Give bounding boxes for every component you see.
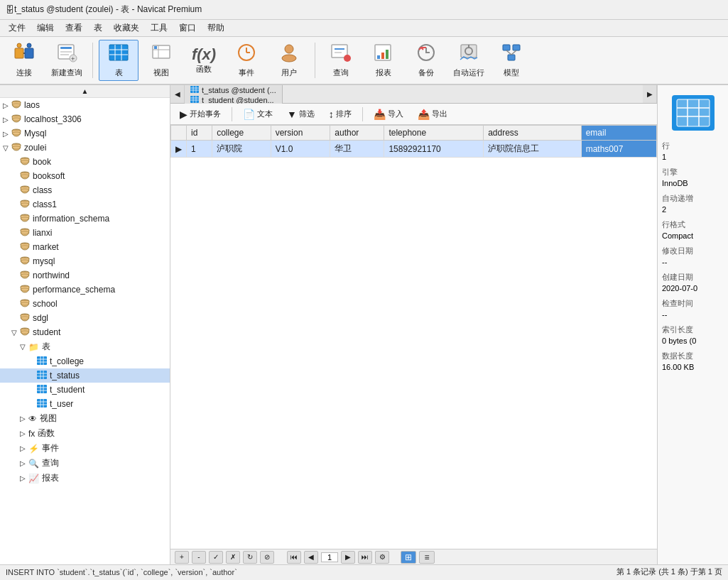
- sidebar-item-sdgl[interactable]: sdgl: [0, 311, 170, 325]
- sidebar-item-class[interactable]: class: [0, 183, 170, 197]
- view-btn[interactable]: 视图: [141, 40, 181, 81]
- svg-rect-40: [508, 55, 515, 60]
- icon-laos: [11, 99, 21, 111]
- page-input[interactable]: [321, 552, 338, 562]
- cell-version-0[interactable]: V1.0: [271, 141, 330, 158]
- menu-item-窗口[interactable]: 窗口: [173, 21, 202, 35]
- sidebar-item-mysql[interactable]: mysql: [0, 254, 170, 268]
- new-query-btn[interactable]: + 新建查询: [47, 40, 87, 81]
- sidebar-item-booksoft[interactable]: booksoft: [0, 169, 170, 183]
- sidebar-item-laos[interactable]: ▷ laos: [0, 98, 170, 112]
- cell-id-0[interactable]: 1: [187, 141, 212, 158]
- cell-telephone-0[interactable]: 15892921170: [384, 141, 484, 158]
- sidebar-item-queries_folder[interactable]: ▷🔍查询: [0, 456, 170, 471]
- first-page-btn[interactable]: ⏮: [287, 551, 301, 564]
- text-btn[interactable]: 📄 文本: [238, 106, 278, 122]
- connect-btn[interactable]: 连接: [4, 40, 44, 81]
- sidebar-item-performance_schema[interactable]: performance_schema: [0, 283, 170, 297]
- table-btn[interactable]: 表: [99, 40, 138, 81]
- cell-email-0[interactable]: maths007: [581, 141, 656, 158]
- sidebar-scroll-up[interactable]: ▲: [0, 85, 170, 98]
- reset-btn[interactable]: ⊘: [260, 551, 274, 564]
- sidebar-item-t_college[interactable]: t_college: [0, 354, 170, 368]
- autorun-btn[interactable]: 自动运行: [449, 40, 489, 81]
- col-header-email[interactable]: email: [581, 126, 656, 141]
- sidebar-item-t_student[interactable]: t_student: [0, 383, 170, 397]
- menubar: 文件编辑查看表收藏夹工具窗口帮助: [0, 20, 728, 37]
- view-icon: [151, 43, 172, 66]
- cell-college-0[interactable]: 泸职院: [212, 141, 271, 158]
- refresh-btn[interactable]: ↻: [243, 551, 257, 564]
- sidebar-item-events_folder[interactable]: ▷⚡事件: [0, 441, 170, 456]
- menu-item-工具[interactable]: 工具: [145, 21, 173, 35]
- arrow-laos: ▷: [3, 102, 11, 109]
- export-btn[interactable]: 📤 导出: [413, 106, 452, 122]
- query-btn[interactable]: 查询: [321, 40, 361, 81]
- check-btn[interactable]: ✓: [209, 551, 223, 564]
- label-t_student: t_student: [50, 385, 85, 395]
- sort-btn[interactable]: ↕ 排序: [324, 106, 357, 122]
- sidebar-item-localhost_3306[interactable]: ▷ localhost_3306: [0, 112, 170, 126]
- sidebar-item-t_user[interactable]: t_user: [0, 397, 170, 411]
- grid-view-btn[interactable]: ⊞: [401, 551, 416, 564]
- form-view-btn[interactable]: ≡: [419, 551, 435, 564]
- table-row[interactable]: ▶1泸职院V1.0华卫15892921170泸职院信息工maths007: [171, 141, 657, 158]
- sidebar-item-tables_folder[interactable]: ▽📁表: [0, 339, 170, 354]
- menu-item-帮助[interactable]: 帮助: [202, 21, 230, 35]
- col-header-address[interactable]: address: [484, 126, 582, 141]
- col-header-id[interactable]: id: [187, 126, 212, 141]
- sidebar-item-class1[interactable]: class1: [0, 197, 170, 212]
- backup-btn[interactable]: 备份: [406, 40, 446, 81]
- settings-nav-btn[interactable]: ⚙: [375, 551, 389, 564]
- sidebar-tree: ▷ laos▷ localhost_3306▷ Mysql▽ zoulei bo…: [0, 98, 170, 486]
- sidebar-item-mysql_db[interactable]: ▷ Mysql: [0, 126, 170, 141]
- svg-point-4: [27, 43, 31, 48]
- sidebar-item-t_status[interactable]: t_status: [0, 368, 170, 383]
- report-icon: [373, 43, 394, 66]
- del-record-btn[interactable]: -: [192, 551, 206, 564]
- last-page-btn[interactable]: ⏭: [358, 551, 372, 564]
- menu-item-表[interactable]: 表: [88, 21, 108, 35]
- function-label: 函数: [196, 64, 212, 75]
- cell-author-0[interactable]: 华卫: [330, 141, 384, 158]
- event-btn[interactable]: 事件: [227, 40, 266, 81]
- sidebar-item-northwind[interactable]: northwind: [0, 268, 170, 283]
- sidebar-item-reports_folder[interactable]: ▷📈报表: [0, 471, 170, 486]
- svg-line-42: [511, 50, 516, 55]
- sidebar-item-views_folder[interactable]: ▷👁视图: [0, 411, 170, 426]
- report-btn[interactable]: 报表: [364, 40, 403, 81]
- user-btn[interactable]: 用户: [269, 40, 309, 81]
- model-btn[interactable]: 模型: [491, 40, 531, 81]
- sidebar-item-market[interactable]: market: [0, 240, 170, 254]
- table-label: 表: [115, 67, 123, 78]
- sidebar-item-zoulei[interactable]: ▽ zoulei: [0, 141, 170, 155]
- next-page-btn[interactable]: ▶: [341, 551, 355, 564]
- tab-tab1[interactable]: t_status @student (...: [185, 85, 283, 95]
- sidebar-item-funcs_folder[interactable]: ▷fx函数: [0, 426, 170, 441]
- sidebar-item-school[interactable]: school: [0, 297, 170, 311]
- import-btn[interactable]: 📥 导入: [369, 106, 408, 122]
- col-header-author[interactable]: author: [330, 126, 384, 141]
- filter-btn[interactable]: ▼ 筛选: [282, 106, 320, 122]
- menu-item-文件[interactable]: 文件: [3, 21, 31, 35]
- menu-item-收藏夹[interactable]: 收藏夹: [108, 21, 145, 35]
- sidebar-item-lianxi[interactable]: lianxi: [0, 226, 170, 240]
- sidebar-item-book[interactable]: book: [0, 155, 170, 169]
- label-t_user: t_user: [50, 399, 73, 409]
- col-header-college[interactable]: college: [212, 126, 271, 141]
- function-btn[interactable]: f(x) 函数: [184, 40, 224, 81]
- cell-address-0[interactable]: 泸职院信息工: [484, 141, 582, 158]
- menu-item-查看[interactable]: 查看: [60, 21, 88, 35]
- add-record-btn[interactable]: +: [175, 551, 189, 564]
- sidebar-item-student[interactable]: ▽ student: [0, 325, 170, 339]
- sidebar-item-information_schema[interactable]: information_schema: [0, 212, 170, 226]
- menu-item-编辑[interactable]: 编辑: [31, 21, 60, 35]
- cross-btn[interactable]: ✗: [226, 551, 240, 564]
- begin-tx-btn[interactable]: ▶ 开始事务: [175, 106, 226, 122]
- col-header-telephone[interactable]: telephone: [384, 126, 484, 141]
- tab-nav-right[interactable]: ▶: [643, 85, 657, 103]
- prev-page-btn[interactable]: ◀: [304, 551, 318, 564]
- label-lianxi: lianxi: [33, 228, 52, 238]
- col-header-version[interactable]: version: [271, 126, 330, 141]
- tab-nav-left[interactable]: ◀: [170, 85, 185, 103]
